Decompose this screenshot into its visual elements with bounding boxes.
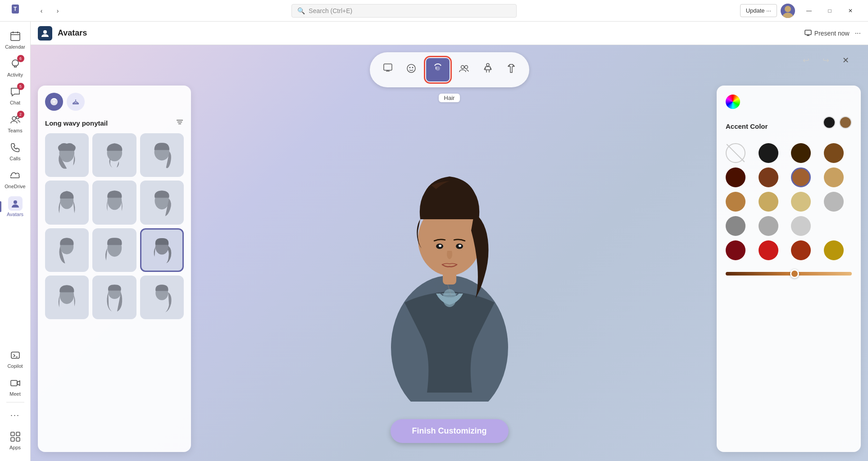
hair-item-10[interactable] xyxy=(45,276,89,319)
color-swatch-auburn[interactable] xyxy=(791,240,811,260)
panel-tab-hair-style[interactable] xyxy=(45,93,63,111)
svg-point-28 xyxy=(409,67,410,68)
hair-item-3[interactable] xyxy=(140,133,184,177)
present-now-button[interactable]: Present now xyxy=(804,30,850,37)
hair-item-2[interactable] xyxy=(92,133,136,177)
search-placeholder: Search (Ctrl+E) xyxy=(309,7,352,14)
color-swatch-brown[interactable] xyxy=(824,143,844,163)
hair-item-12[interactable] xyxy=(140,276,184,319)
user-avatar[interactable] xyxy=(781,4,795,18)
redo-button[interactable]: ↪ xyxy=(818,52,834,68)
face-icon xyxy=(406,63,417,77)
sidebar-bottom: Copilot Meet ··· xyxy=(0,344,30,461)
accent-swatch-brown[interactable] xyxy=(839,116,852,129)
sidebar-label-calendar: Calendar xyxy=(5,44,25,50)
body-icon xyxy=(482,63,493,77)
color-swatch-dark-gray[interactable] xyxy=(726,216,745,236)
sidebar-item-avatars[interactable]: Avatars xyxy=(0,193,30,221)
minimize-button[interactable]: — xyxy=(799,4,819,18)
forward-button[interactable]: › xyxy=(50,4,65,18)
color-swatch-light-gray[interactable] xyxy=(824,192,844,212)
toolbar-item-group[interactable] xyxy=(454,59,475,81)
svg-rect-21 xyxy=(805,30,811,35)
titlebar: T ‹ › 🔍 Search (Ctrl+E) Update ··· — □ ✕ xyxy=(0,0,868,22)
sidebar-item-copilot[interactable]: Copilot xyxy=(0,344,30,372)
color-swatch-golden[interactable] xyxy=(726,192,745,212)
color-swatch-none[interactable] xyxy=(726,143,745,163)
svg-point-32 xyxy=(461,66,464,69)
maximize-button[interactable]: □ xyxy=(819,4,840,18)
hair-icon xyxy=(432,62,444,77)
sidebar-item-teams[interactable]: 2 Teams xyxy=(0,109,30,137)
back-button[interactable]: ‹ xyxy=(34,4,49,18)
hair-item-1[interactable] xyxy=(45,133,89,177)
hair-item-11[interactable] xyxy=(92,276,136,319)
update-button[interactable]: Update ··· xyxy=(740,4,777,17)
svg-point-11 xyxy=(12,117,16,120)
close-button[interactable]: ✕ xyxy=(840,4,861,18)
right-panel: Accent Color xyxy=(717,86,861,452)
color-swatch-tan[interactable] xyxy=(824,167,844,187)
color-grid-empty xyxy=(824,216,844,236)
finish-customizing-button[interactable]: Finish Customizing xyxy=(391,419,509,443)
svg-rect-15 xyxy=(11,380,17,386)
accent-color-header: Accent Color xyxy=(726,116,852,136)
more-icon: ··· xyxy=(8,408,23,422)
sidebar-item-onedrive[interactable]: OneDrive xyxy=(0,165,30,193)
color-swatch-silver[interactable] xyxy=(791,216,811,236)
hair-item-5[interactable] xyxy=(92,181,136,224)
toolbar-item-pose[interactable] xyxy=(377,59,399,81)
toolbar-item-hair[interactable] xyxy=(426,58,450,81)
svg-point-29 xyxy=(412,67,413,68)
sidebar-item-activity[interactable]: 6 Activity xyxy=(0,53,30,81)
sidebar-item-more[interactable]: ··· xyxy=(0,404,30,426)
sidebar-item-calls[interactable]: Calls xyxy=(0,137,30,165)
toolbar-actions: ↩ ↪ ✕ xyxy=(798,52,854,68)
teams-badge: 2 xyxy=(17,111,24,118)
color-swatch-light-golden[interactable] xyxy=(759,192,778,212)
hair-item-7[interactable] xyxy=(45,228,89,272)
color-swatch-warm-brown[interactable] xyxy=(791,167,811,187)
sidebar-separator xyxy=(6,402,24,402)
sidebar-item-calendar[interactable]: Calendar xyxy=(0,25,30,53)
toolbar-item-face[interactable] xyxy=(400,59,422,81)
undo-button[interactable]: ↩ xyxy=(798,52,814,68)
sidebar-label-onedrive: OneDrive xyxy=(5,184,25,189)
color-swatch-medium-gray[interactable] xyxy=(759,216,778,236)
color-intensity-slider[interactable] xyxy=(726,272,852,276)
color-swatch-dark-red[interactable] xyxy=(726,240,745,260)
color-swatch-dark-gold[interactable] xyxy=(824,240,844,260)
toolbar-item-body[interactable] xyxy=(477,59,499,81)
accent-swatch-dark[interactable] xyxy=(823,116,836,129)
sidebar-label-meet: Meet xyxy=(9,391,20,397)
search-bar[interactable]: 🔍 Search (Ctrl+E) xyxy=(291,4,517,18)
hair-item-8[interactable] xyxy=(92,228,136,272)
hair-item-9[interactable] xyxy=(140,228,184,272)
color-swatch-dark-brown[interactable] xyxy=(791,143,811,163)
sidebar-label-chat: Chat xyxy=(10,100,20,105)
sidebar-item-apps[interactable]: Apps xyxy=(0,426,30,454)
color-swatch-black[interactable] xyxy=(759,143,778,163)
left-panel: Long wavy ponytail xyxy=(38,86,191,452)
color-swatch-medium-brown[interactable] xyxy=(759,167,778,187)
main-area: Avatars Present now ··· xyxy=(31,22,868,461)
hair-item-4[interactable] xyxy=(45,181,89,224)
color-swatch-blonde[interactable] xyxy=(791,192,811,212)
pose-icon xyxy=(382,63,393,77)
panel-tab-hair-hat[interactable] xyxy=(67,93,85,111)
sidebar-item-meet[interactable]: Meet xyxy=(0,372,30,400)
color-wheel-icon xyxy=(726,95,740,109)
toolbar-item-outfit[interactable] xyxy=(500,59,522,81)
accent-swatches xyxy=(823,116,852,129)
color-swatch-red[interactable] xyxy=(759,240,778,260)
panel-title: Long wavy ponytail xyxy=(45,119,108,127)
apps-icon xyxy=(8,429,23,444)
filter-button[interactable] xyxy=(176,118,184,128)
meet-icon xyxy=(8,376,23,390)
close-customizer-button[interactable]: ✕ xyxy=(837,52,854,68)
sidebar: Calendar 6 Activity 5 Chat xyxy=(0,22,31,461)
subheader-more-button[interactable]: ··· xyxy=(855,29,861,37)
hair-item-6[interactable] xyxy=(140,181,184,224)
color-swatch-dark-red-brown[interactable] xyxy=(726,167,745,187)
sidebar-item-chat[interactable]: 5 Chat xyxy=(0,81,30,109)
